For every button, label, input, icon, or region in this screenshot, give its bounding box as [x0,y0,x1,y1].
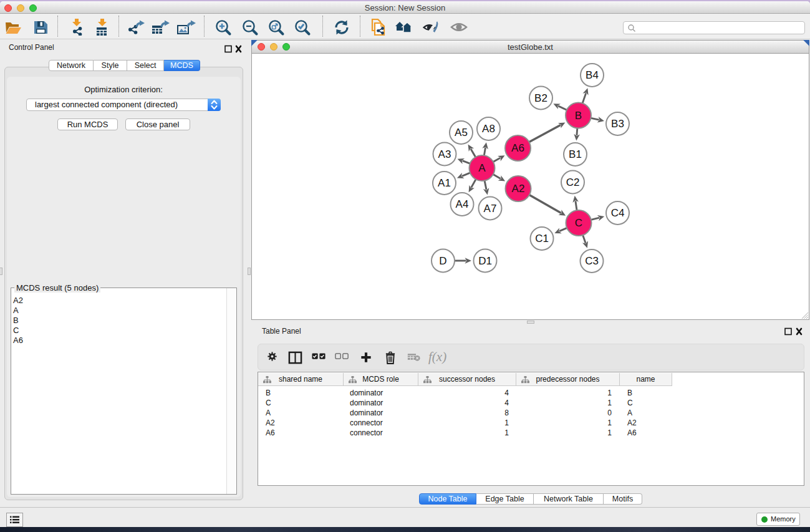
svg-text:B3: B3 [611,118,624,130]
svg-text:C: C [575,217,582,229]
svg-text:A6: A6 [511,142,524,154]
svg-text:A5: A5 [455,127,468,138]
svg-text:C3: C3 [585,255,599,267]
svg-text:B: B [575,110,582,122]
svg-text:A4: A4 [456,198,469,210]
svg-text:A7: A7 [484,203,497,215]
svg-text:A2: A2 [512,183,525,195]
svg-text:B4: B4 [586,69,599,81]
svg-text:D: D [439,255,446,267]
svg-text:C1: C1 [535,233,549,244]
svg-text:A1: A1 [438,177,451,189]
svg-text:C2: C2 [566,177,580,188]
svg-text:B1: B1 [569,148,582,160]
svg-text:A8: A8 [482,123,495,135]
svg-text:D1: D1 [478,255,492,267]
svg-text:A: A [478,162,486,174]
svg-text:A3: A3 [438,148,451,160]
svg-text:C4: C4 [611,207,625,219]
svg-text:B2: B2 [534,92,547,104]
